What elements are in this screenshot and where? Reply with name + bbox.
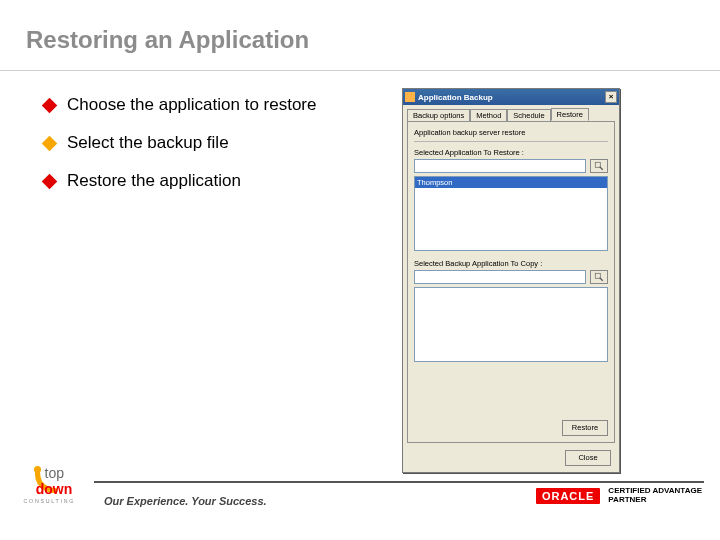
diamond-icon bbox=[42, 135, 58, 151]
close-button[interactable]: Close bbox=[565, 450, 611, 466]
find-icon bbox=[594, 272, 604, 282]
app-select-input[interactable] bbox=[414, 159, 586, 173]
svg-text:top: top bbox=[45, 465, 65, 481]
tagline: Our Experience. Your Success. bbox=[104, 495, 267, 507]
bullet-text: Restore the application bbox=[67, 171, 241, 191]
oracle-logo: ORACLE bbox=[536, 488, 600, 504]
topdown-logo: top down CONSULTING bbox=[20, 452, 90, 507]
footer-rule bbox=[94, 481, 704, 483]
tab-restore[interactable]: Restore bbox=[551, 108, 589, 121]
panel-heading: Application backup server restore bbox=[414, 128, 608, 137]
close-icon[interactable]: × bbox=[605, 91, 617, 103]
title-rule bbox=[0, 70, 720, 71]
app-icon bbox=[405, 92, 415, 102]
restore-panel: Application backup server restore Select… bbox=[407, 121, 615, 443]
copy-select-label: Selected Backup Application To Copy : bbox=[414, 259, 608, 268]
svg-text:down: down bbox=[36, 481, 73, 497]
bullet-item: Select the backup file bbox=[44, 133, 404, 153]
diamond-icon bbox=[42, 97, 58, 113]
app-select-label: Selected Application To Restore : bbox=[414, 148, 608, 157]
bullet-item: Choose the application to restore bbox=[44, 95, 404, 115]
slide-title: Restoring an Application bbox=[26, 26, 309, 54]
backup-dialog: Application Backup × Backup options Meth… bbox=[402, 88, 620, 473]
bullet-text: Choose the application to restore bbox=[67, 95, 317, 115]
find-copy-button[interactable] bbox=[590, 270, 608, 284]
svg-rect-0 bbox=[595, 162, 600, 167]
oracle-partner-badge: ORACLE CERTIFIED ADVANTAGE PARTNER bbox=[536, 487, 702, 505]
list-item[interactable]: Thompson bbox=[415, 177, 607, 188]
dialog-titlebar[interactable]: Application Backup × bbox=[403, 89, 619, 105]
bullet-list: Choose the application to restore Select… bbox=[44, 95, 404, 209]
svg-line-3 bbox=[600, 278, 603, 281]
app-listbox[interactable]: Thompson bbox=[414, 176, 608, 251]
svg-rect-2 bbox=[595, 273, 600, 278]
divider bbox=[414, 141, 608, 142]
find-icon bbox=[594, 161, 604, 171]
svg-line-1 bbox=[600, 167, 603, 170]
find-app-button[interactable] bbox=[590, 159, 608, 173]
tab-strip: Backup options Method Schedule Restore bbox=[403, 105, 619, 121]
restore-button[interactable]: Restore bbox=[562, 420, 608, 436]
cert-line-2: PARTNER bbox=[608, 496, 702, 505]
copy-select-input[interactable] bbox=[414, 270, 586, 284]
bullet-item: Restore the application bbox=[44, 171, 404, 191]
dialog-title: Application Backup bbox=[418, 93, 605, 102]
diamond-icon bbox=[42, 173, 58, 189]
oracle-cert-text: CERTIFIED ADVANTAGE PARTNER bbox=[608, 487, 702, 505]
copy-listbox[interactable] bbox=[414, 287, 608, 362]
svg-text:CONSULTING: CONSULTING bbox=[24, 498, 76, 504]
bullet-text: Select the backup file bbox=[67, 133, 229, 153]
